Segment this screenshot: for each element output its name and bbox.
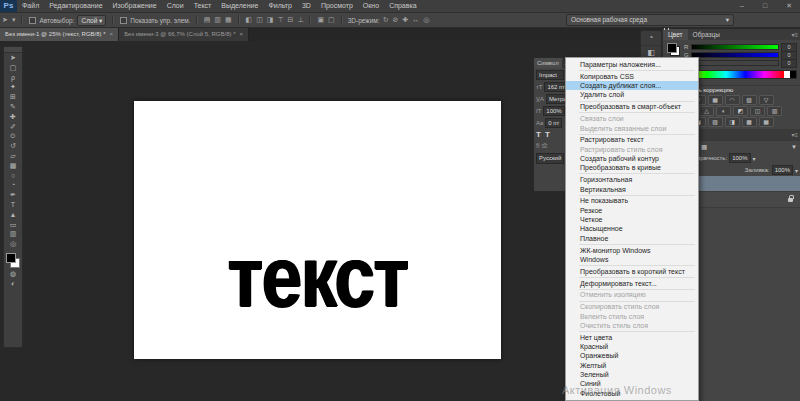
type-tool[interactable]: T (4, 200, 22, 210)
vertical-scale-field[interactable]: IT 100% (536, 106, 564, 116)
distribute-center-icon[interactable]: ⊟ (288, 16, 294, 24)
rectangular-marquee-tool[interactable]: ▢ (4, 63, 22, 73)
menu-bar-item[interactable]: Фильтр (263, 0, 297, 12)
font-size-field[interactable]: тT 162 пт (536, 82, 564, 92)
eraser-tool[interactable]: ▱ (4, 151, 22, 161)
close-tab-icon[interactable]: × (110, 28, 114, 41)
baseline-shift-field[interactable]: Aа 0 пт (536, 118, 564, 128)
levels-icon[interactable]: ▦ (708, 95, 723, 105)
tab-character[interactable]: Символ (534, 58, 562, 68)
menu-bar-item[interactable]: Текст (189, 0, 217, 12)
distribute-bottom-icon[interactable]: ⊥ (297, 16, 303, 24)
tab-color[interactable]: Цвет (663, 29, 688, 40)
menu-bar-item[interactable]: Редактирование (44, 0, 107, 12)
context-menu-item[interactable]: Windows (566, 255, 698, 264)
context-menu-item[interactable]: Преобразовать в смарт-объект (566, 102, 698, 111)
context-menu-item[interactable]: Растрировать текст (566, 135, 698, 144)
context-menu-item[interactable]: Нет цвета (566, 333, 698, 342)
font-family-select[interactable]: Impact (536, 70, 564, 80)
brush-tool[interactable]: ✐ (4, 122, 22, 132)
align-left-edges-icon[interactable]: ▤ (204, 16, 211, 24)
panel-menu-icon[interactable]: ▾≡ (788, 31, 800, 38)
photo-filter-icon[interactable]: ◩ (733, 106, 748, 116)
field-value[interactable]: 162 пт (544, 82, 567, 92)
fill-value[interactable]: 100% (772, 165, 793, 175)
selective-color-icon[interactable]: ▦ (759, 117, 774, 127)
align-right-edges-icon[interactable]: ▦ (225, 16, 232, 24)
menu-bar-item[interactable]: Файл (17, 0, 44, 12)
color-balance-icon[interactable]: △ (699, 106, 714, 116)
3d-drag-icon[interactable]: ✚ (402, 16, 408, 24)
foreground-color-swatch[interactable] (667, 43, 677, 53)
vibrance-icon[interactable]: ▽ (759, 95, 774, 105)
context-menu-item[interactable]: Создать дубликат слоя... (566, 81, 698, 90)
workspace-select[interactable]: Основная рабочая среда ▾ (566, 14, 734, 26)
clone-stamp-tool[interactable]: ⊙ (4, 131, 22, 141)
context-menu-item[interactable]: Выделить связанные слои (566, 124, 698, 133)
menu-bar-item[interactable]: Окно (358, 0, 384, 12)
blur-tool[interactable]: ○ (4, 171, 22, 181)
slider-track[interactable] (691, 44, 779, 50)
menu-bar-item[interactable]: Просмотр (316, 0, 358, 12)
screen-mode-button[interactable]: ◐ (4, 279, 22, 289)
show-transform-controls-checkbox[interactable] (120, 17, 127, 24)
field-value[interactable]: 0 пт (545, 118, 562, 128)
context-menu-item[interactable]: Плавное (566, 234, 698, 243)
slider-track[interactable] (691, 60, 779, 66)
crop-tool[interactable]: ⊞ (4, 92, 22, 102)
context-menu-item[interactable]: Горизонтальная (566, 175, 698, 184)
context-menu-item[interactable]: Оранжевый (566, 351, 698, 360)
language-select[interactable]: Русский (536, 153, 564, 164)
posterize-icon[interactable]: ▨ (708, 117, 723, 127)
distribute-top-icon[interactable]: ⊤ (277, 16, 283, 24)
document-canvas[interactable]: текст (134, 101, 501, 359)
threshold-icon[interactable]: ◨ (725, 117, 740, 127)
context-menu-item[interactable]: Удалить слой (566, 90, 698, 99)
context-menu-item[interactable]: Копировать CSS (566, 72, 698, 81)
tab-swatches[interactable]: Образцы (688, 29, 725, 40)
field-value[interactable]: Метрический (546, 94, 567, 104)
move-tool[interactable]: ➤ (4, 53, 22, 63)
quick-mask-button[interactable]: ◍ (4, 269, 22, 279)
context-menu-item[interactable]: ЖК-монитор Windows (566, 246, 698, 255)
healing-brush-tool[interactable]: ✚ (4, 112, 22, 122)
auto-align-icon[interactable]: ▢ (328, 16, 335, 24)
exposure-icon[interactable]: ▧ (742, 95, 757, 105)
panel-color-swatches[interactable] (667, 43, 680, 56)
align-bottom-icon[interactable]: ◨ (267, 16, 274, 24)
menu-bar-item[interactable]: Изображение (108, 0, 162, 12)
gradient-tool[interactable]: ▩ (4, 161, 22, 171)
rectangle-tool[interactable]: ▭ (4, 220, 22, 230)
path-selection-tool[interactable]: ▲ (4, 210, 22, 220)
black-swatch[interactable] (790, 71, 796, 78)
curves-icon[interactable]: ◠ (725, 95, 740, 105)
align-v-centers-icon[interactable]: ◫ (256, 16, 263, 24)
chevron-down-icon[interactable]: ▾ (753, 155, 756, 162)
opacity-value[interactable]: 100% (729, 153, 750, 163)
faux-bold-button[interactable]: T (536, 131, 541, 139)
3d-scale-icon[interactable]: ◎ (423, 16, 429, 24)
context-menu-item[interactable]: Не показывать (566, 196, 698, 205)
dodge-tool[interactable]: ◔ (4, 180, 22, 190)
document-tab-1[interactable]: Без имени-1 @ 25% (текст, RGB/8) * × (0, 28, 119, 41)
filter-funnel-icon[interactable]: ▼ (791, 144, 797, 150)
panel-menu-icon[interactable]: ▾≡ (788, 131, 800, 138)
slider-track[interactable] (691, 52, 779, 58)
context-menu-item[interactable]: Вертикальная (566, 185, 698, 194)
magic-wand-tool[interactable]: ✦ (4, 82, 22, 92)
context-menu-item[interactable]: Резкое (566, 206, 698, 215)
context-menu-item[interactable]: Очистить стиль слоя (566, 321, 698, 330)
3d-slide-icon[interactable]: ↔ (412, 16, 419, 24)
context-menu-item[interactable]: Преобразовать в кривые (566, 163, 698, 172)
zoom-tool[interactable]: ◎ (4, 239, 22, 249)
menu-bar-item[interactable]: Слои (162, 0, 189, 12)
context-menu-item[interactable]: Параметры наложения... (566, 60, 698, 69)
autoselect-checkbox[interactable] (29, 17, 36, 24)
gradient-map-icon[interactable]: ▩ (742, 117, 757, 127)
ligature-buttons[interactable]: fi ﬆ (536, 142, 564, 150)
chevron-down-icon[interactable]: ▾ (795, 167, 798, 174)
restore-button[interactable]: □ (758, 1, 772, 11)
history-brush-tool[interactable]: ↺ (4, 141, 22, 151)
minimize-button[interactable]: – (735, 1, 749, 11)
context-menu-item[interactable]: Преобразовать в короткий текст (566, 267, 698, 276)
